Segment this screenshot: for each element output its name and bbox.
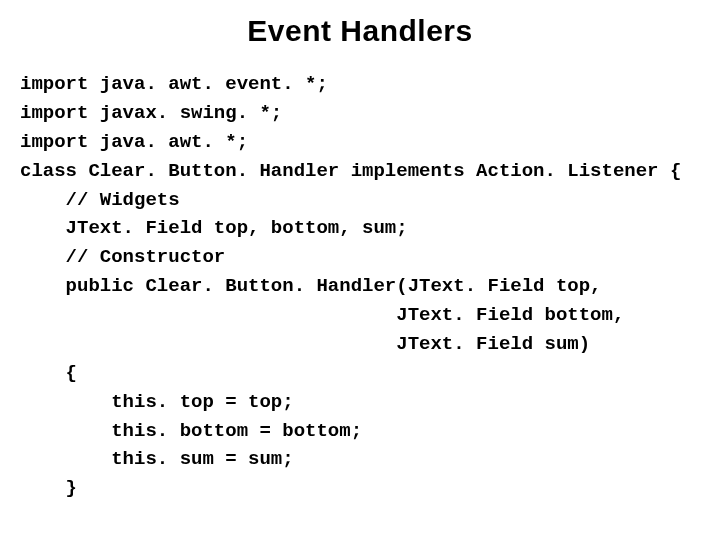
code-line: class Clear. Button. Handler implements … (20, 160, 681, 182)
code-line: JText. Field bottom, (20, 304, 624, 326)
code-line: this. top = top; (20, 391, 294, 413)
code-line: import java. awt. event. *; (20, 73, 328, 95)
code-line: // Widgets (20, 189, 180, 211)
code-line: this. sum = sum; (20, 448, 294, 470)
code-line: { (20, 362, 77, 384)
code-line: } (20, 477, 77, 499)
code-line: public Clear. Button. Handler(JText. Fie… (20, 275, 602, 297)
code-line: import javax. swing. *; (20, 102, 282, 124)
code-line: JText. Field top, bottom, sum; (20, 217, 408, 239)
code-line: JText. Field sum) (20, 333, 590, 355)
code-line: this. bottom = bottom; (20, 420, 362, 442)
code-block: import java. awt. event. *; import javax… (20, 70, 700, 503)
code-line: import java. awt. *; (20, 131, 248, 153)
slide-title: Event Handlers (20, 14, 700, 48)
code-line: // Constructor (20, 246, 225, 268)
